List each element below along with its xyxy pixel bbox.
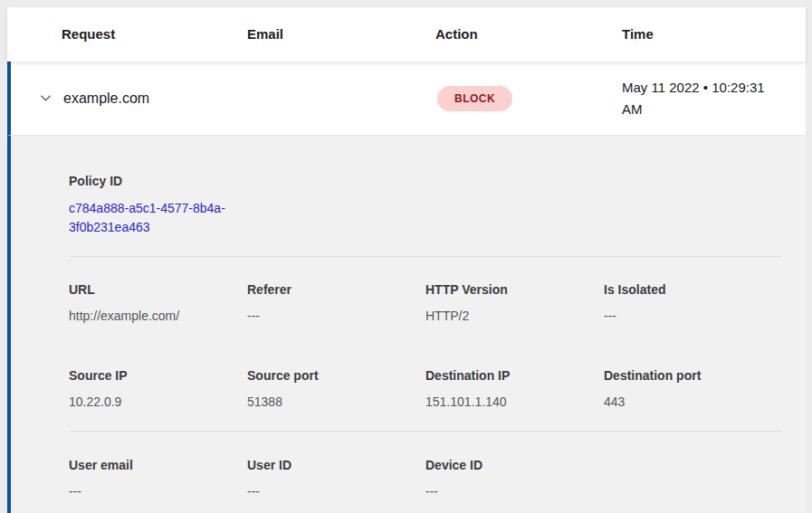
field-source-port-value: 51388 [247,394,425,409]
field-destination-ip-label: Destination IP [425,368,604,383]
field-destination-port-value: 443 [604,394,782,409]
field-user-email-label: User email [69,458,247,472]
column-header-email: Email [247,7,283,62]
field-is-isolated-label: Is Isolated [604,282,782,297]
field-source-ip: Source IP 10.22.0.9 [69,368,247,409]
field-url: URL http://example.com/ [69,282,247,323]
field-device-id-label: Device ID [425,458,604,472]
field-user-email-value: --- [69,484,247,499]
field-destination-port-label: Destination port [604,368,782,383]
field-referer: Referer --- [247,282,425,323]
chevron-down-icon[interactable] [38,91,53,106]
field-source-port-label: Source port [247,368,425,383]
field-user-id-label: User ID [247,458,425,472]
field-source-ip-label: Source IP [69,368,247,383]
field-http-version: HTTP Version HTTP/2 [425,282,604,323]
field-device-id: Device ID --- [425,458,604,499]
field-destination-ip-value: 151.101.1.140 [425,394,604,409]
section-divider [70,256,781,257]
column-header-request: Request [62,7,115,62]
request-value: example.com [63,90,149,107]
field-destination-ip: Destination IP 151.101.1.140 [425,368,604,409]
field-user-id-value: --- [247,484,425,499]
firewall-log-card: Request Email Action Time example.com BL… [7,7,806,513]
column-header-time: Time [622,7,654,62]
field-url-label: URL [69,282,247,297]
field-user-id: User ID --- [247,458,425,499]
field-is-isolated-value: --- [604,309,782,323]
field-url-value: http://example.com/ [69,309,247,323]
time-value: May 11 2022 • 10:29:31 AM [622,77,785,120]
policy-id-link[interactable]: c784a888-a5c1-4577-8b4a-3f0b231ea463 [69,199,252,237]
policy-id-label: Policy ID [69,174,806,188]
field-referer-value: --- [247,309,425,323]
field-source-ip-value: 10.22.0.9 [69,394,247,409]
field-source-port: Source port 51388 [247,368,425,409]
field-http-version-value: HTTP/2 [425,309,604,323]
table-row[interactable]: example.com BLOCK May 11 2022 • 10:29:31… [7,62,806,136]
table-header: Request Email Action Time [7,7,806,62]
row-detail-panel: Policy ID c784a888-a5c1-4577-8b4a-3f0b23… [7,136,806,513]
detail-row-user: User email --- User ID --- Device ID --- [11,458,806,499]
field-referer-label: Referer [247,282,425,297]
policy-id-section: Policy ID c784a888-a5c1-4577-8b4a-3f0b23… [11,136,806,237]
section-divider [70,431,781,432]
detail-row-network: Source IP 10.22.0.9 Source port 51388 De… [11,368,806,409]
field-is-isolated: Is Isolated --- [604,282,782,323]
field-destination-port: Destination port 443 [604,368,782,409]
action-badge-block: BLOCK [437,86,512,111]
column-header-action: Action [435,7,478,62]
field-device-id-value: --- [425,484,604,499]
detail-row-http: URL http://example.com/ Referer --- HTTP… [11,282,806,323]
field-user-email: User email --- [69,458,247,499]
field-http-version-label: HTTP Version [425,282,604,297]
